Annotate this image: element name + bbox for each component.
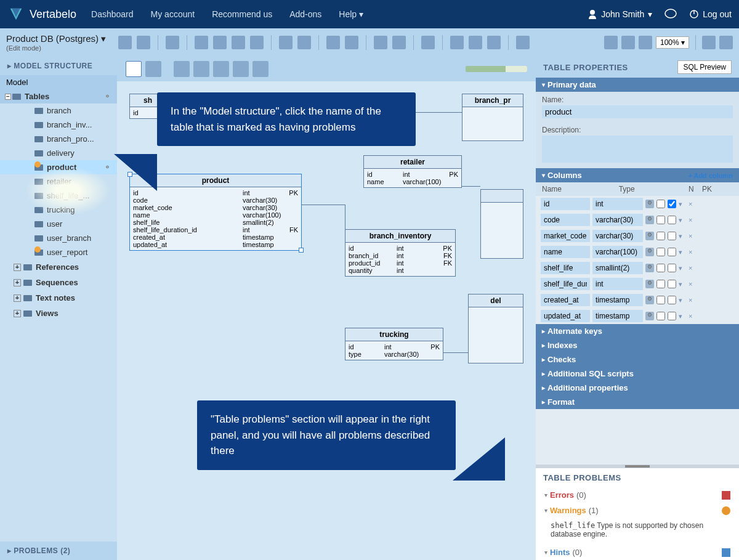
copy-icon[interactable] [279, 36, 293, 49]
sidebar-table-branch_pro[interactable]: branch_pro... [0, 132, 117, 146]
chevron-down-icon[interactable]: ▾ [679, 216, 686, 224]
sidebar-table-user_branch[interactable]: user_branch [0, 231, 117, 245]
erd-retailer[interactable]: retailer idintPKnamevarchar(100) [363, 155, 462, 188]
db-selector[interactable]: Product DB (Postgres) ▾ (Edit mode) [6, 33, 106, 52]
col-n-check[interactable] [656, 232, 665, 240]
new-icon[interactable] [118, 36, 132, 49]
erd-branch-inventory[interactable]: branch_inventory idintPKbranch_idintFKpr… [345, 229, 456, 277]
gear-icon[interactable]: ⚙ [645, 200, 654, 208]
col-pk-check[interactable] [668, 248, 676, 256]
layout1-icon[interactable] [702, 36, 716, 49]
altkeys-section[interactable]: Alternate keys [536, 324, 739, 338]
col-name-input[interactable] [541, 310, 590, 322]
col-n-check[interactable] [656, 264, 665, 272]
primary-data-section[interactable]: Primary data [536, 78, 739, 92]
views-section[interactable]: Views [0, 306, 117, 321]
nav-help[interactable]: Help ▾ [339, 9, 363, 19]
sidebar-table-trucking[interactable]: trucking [0, 203, 117, 217]
sql-icon[interactable] [232, 36, 245, 49]
col-type-input[interactable] [592, 278, 643, 290]
col-name-input[interactable] [541, 262, 590, 274]
sidebar-table-shelf_life_[interactable]: shelf_life_... [0, 189, 117, 203]
sidebar-table-user_report[interactable]: user_report [0, 245, 117, 259]
add-column-button[interactable]: + Add column [688, 172, 733, 179]
sequences-section[interactable]: Sequences [0, 275, 117, 290]
gear-icon[interactable]: ⚙ [645, 264, 654, 272]
erd-delivery[interactable]: del idbranch_idtrucking_iddr_numberrecip… [468, 294, 523, 363]
ref-tool-icon[interactable] [193, 61, 209, 77]
col-type-input[interactable] [592, 246, 643, 258]
png-icon[interactable] [195, 36, 208, 49]
sidebar-table-branch[interactable]: branch [0, 103, 117, 118]
hints-row[interactable]: ▾Hints(0) [536, 545, 739, 560]
sidebar-table-user[interactable]: user [0, 217, 117, 231]
nav-my-account[interactable]: My account [151, 9, 195, 19]
undo-icon[interactable] [374, 36, 387, 49]
references-section[interactable]: References [0, 259, 117, 275]
close-icon[interactable]: × [689, 312, 696, 320]
pointer-tool-icon[interactable] [126, 61, 142, 77]
erd-branch2[interactable]: idretailer_idnameaddressis_activecreated… [480, 189, 523, 259]
col-pk-check[interactable] [668, 312, 676, 320]
chevron-down-icon[interactable]: ▾ [679, 232, 686, 240]
print-icon[interactable] [213, 36, 227, 49]
logout-button[interactable]: Log out [689, 9, 732, 19]
col-type-input[interactable] [592, 214, 643, 226]
chevron-down-icon[interactable]: ▾ [679, 312, 686, 320]
col-name-input[interactable] [541, 198, 590, 210]
save-icon[interactable] [137, 36, 150, 49]
col-pk-check[interactable] [668, 264, 676, 272]
chevron-down-icon[interactable]: ▾ [679, 296, 686, 304]
table-tool-icon[interactable] [174, 61, 190, 77]
sql-preview-button[interactable]: SQL Preview [677, 60, 732, 74]
zoom-in-icon[interactable] [639, 36, 652, 49]
col-type-input[interactable] [592, 230, 643, 242]
close-icon[interactable]: × [689, 232, 696, 240]
chevron-down-icon[interactable]: ▾ [679, 264, 686, 272]
gear-icon[interactable]: ⚙ [645, 248, 654, 256]
close-icon[interactable]: × [689, 280, 696, 288]
logo[interactable]: Vertabelo [7, 6, 76, 23]
problems-footer[interactable]: ▸ PROBLEMS (2) [0, 542, 117, 560]
cut-icon[interactable] [326, 36, 340, 49]
layout2-icon[interactable] [719, 36, 733, 49]
distribute-icon[interactable] [516, 36, 530, 49]
col-n-check[interactable] [656, 248, 665, 256]
col-pk-check[interactable] [668, 232, 676, 240]
gear-icon[interactable]: ⚙ [645, 280, 654, 288]
col-type-input[interactable] [592, 310, 643, 322]
sidebar-table-branch_inv[interactable]: branch_inv... [0, 118, 117, 132]
zoom-fit-icon[interactable] [621, 36, 635, 49]
col-n-check[interactable] [656, 216, 665, 224]
chevron-down-icon[interactable]: ▾ [679, 248, 686, 256]
col-name-input[interactable] [541, 246, 590, 258]
gear-icon[interactable]: ⚙ [645, 232, 654, 240]
col-pk-check[interactable] [668, 296, 676, 304]
nav-addons[interactable]: Add-ons [289, 9, 321, 19]
col-pk-check[interactable] [668, 280, 676, 288]
gear-icon[interactable]: ⚙ [645, 216, 654, 224]
addprops-section[interactable]: Additional properties [536, 381, 739, 395]
errors-row[interactable]: ▾Errors(0) [536, 487, 739, 503]
col-n-check[interactable] [656, 200, 665, 208]
desc-input[interactable] [542, 136, 733, 163]
gear-icon[interactable]: ⚙ [645, 296, 654, 304]
col-type-input[interactable] [592, 262, 643, 274]
col-type-input[interactable] [592, 198, 643, 210]
zoom-select[interactable]: 100% ▾ [656, 36, 689, 49]
delete-icon[interactable] [345, 36, 358, 49]
col-n-check[interactable] [656, 280, 665, 288]
model-root[interactable]: Model [0, 75, 117, 89]
share-icon[interactable] [166, 36, 179, 49]
area-tool-icon[interactable] [252, 61, 269, 77]
sqlscripts-section[interactable]: Additional SQL scripts [536, 367, 739, 381]
col-pk-check[interactable] [668, 216, 676, 224]
col-pk-check[interactable] [668, 200, 676, 208]
close-icon[interactable]: × [689, 264, 696, 272]
erd-trucking[interactable]: trucking idintPKtypevarchar(30) [345, 328, 443, 360]
nav-dashboard[interactable]: Dashboard [91, 9, 134, 19]
align-left-icon[interactable] [450, 36, 464, 49]
col-name-input[interactable] [541, 294, 590, 306]
nav-recommend[interactable]: Recommend us [212, 9, 272, 19]
select-tool-icon[interactable] [145, 61, 161, 77]
